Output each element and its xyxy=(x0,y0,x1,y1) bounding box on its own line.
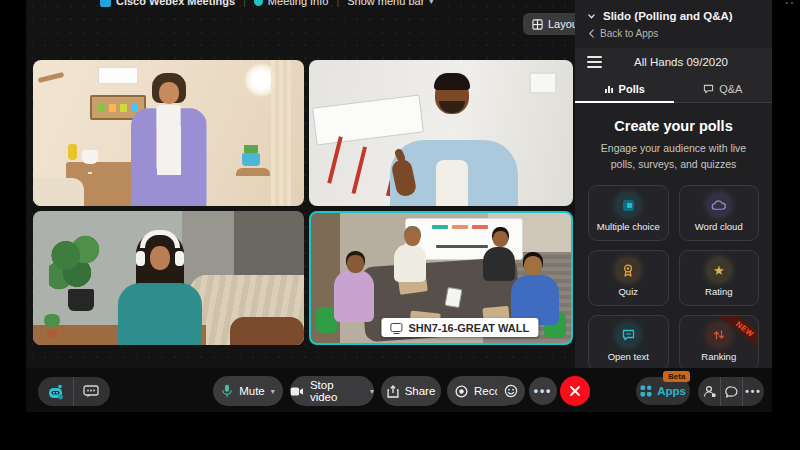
slido-tabs: Polls Q&A xyxy=(575,75,772,103)
chat-button[interactable] xyxy=(720,377,742,406)
participants-icon xyxy=(703,385,716,398)
create-polls-heading: Create your polls xyxy=(575,118,772,134)
mute-button[interactable]: Mute ▾ xyxy=(213,376,283,406)
video-tile-participant-1[interactable] xyxy=(33,60,304,206)
chevron-down-icon xyxy=(587,12,596,21)
titlebar: Cisco Webex Meetings | Meeting Info | Sh… xyxy=(100,0,433,7)
video-tile-participant-2[interactable] xyxy=(309,60,573,206)
webex-logo-icon xyxy=(100,0,111,7)
open-text-icon xyxy=(616,323,640,347)
slido-meeting-title: All Hands 09/2020 xyxy=(602,56,760,68)
decor-plant-blue-pot xyxy=(242,153,260,166)
tab-polls[interactable]: Polls xyxy=(575,75,674,102)
titlebar-divider: | xyxy=(243,0,246,7)
person-4d-head xyxy=(524,256,542,275)
share-icon xyxy=(387,385,399,398)
microphone-icon xyxy=(221,384,233,398)
decor-curtain xyxy=(271,60,291,206)
decor-couch xyxy=(33,178,84,206)
show-menu-bar-button[interactable]: Show menu bar ▾ xyxy=(347,0,433,7)
hamburger-menu-icon[interactable] xyxy=(587,56,602,68)
stop-video-button[interactable]: Stop video ▾ xyxy=(290,376,374,406)
participants-button[interactable] xyxy=(698,377,720,406)
card-word-cloud[interactable]: Word cloud xyxy=(679,185,760,241)
decor-stool xyxy=(236,168,270,202)
polls-bars-icon xyxy=(604,84,614,94)
decor-ottoman xyxy=(230,317,304,345)
slido-header: All Hands 09/2020 xyxy=(575,48,772,75)
webex-app-window: Cisco Webex Meetings | Meeting Info | Sh… xyxy=(26,0,772,412)
back-to-apps-button[interactable]: Back to Apps xyxy=(575,25,772,48)
app-menu[interactable]: Cisco Webex Meetings xyxy=(100,0,235,7)
card-label: Multiple choice xyxy=(597,221,660,232)
leave-meeting-button[interactable] xyxy=(560,376,590,406)
card-label: Rating xyxy=(705,286,732,297)
assistant-captions-group xyxy=(38,377,110,406)
chevron-down-icon[interactable]: ▾ xyxy=(271,387,275,396)
ranking-icon xyxy=(707,323,731,347)
titlebar-divider: | xyxy=(336,0,339,7)
card-quiz[interactable]: Quiz xyxy=(588,250,669,306)
panel-title-row[interactable]: Slido (Polling and Q&A) xyxy=(575,0,772,25)
grid-layout-icon xyxy=(532,19,543,30)
decor-drafting-table xyxy=(312,94,424,145)
decor-desk-lamp xyxy=(82,150,98,164)
window-menu-dots xyxy=(786,2,793,4)
poll-type-cards: Multiple choice Word cloud Quiz xyxy=(588,185,759,371)
card-label: Quiz xyxy=(618,286,638,297)
tab-polls-label: Polls xyxy=(619,83,645,95)
share-button[interactable]: Share xyxy=(381,376,441,406)
tab-qa[interactable]: Q&A xyxy=(674,75,773,102)
decor-plant-pot xyxy=(68,289,94,311)
card-multiple-choice[interactable]: Multiple choice xyxy=(588,185,669,241)
more-panels-button[interactable]: ••• xyxy=(742,377,764,406)
qa-bubble-icon xyxy=(703,84,714,94)
smiley-icon xyxy=(504,384,518,398)
room-name: SHN7-16-GREAT WALL xyxy=(408,322,529,334)
person-3-face xyxy=(150,246,170,270)
card-rating[interactable]: ★ Rating xyxy=(679,250,760,306)
chevron-down-icon[interactable]: ▾ xyxy=(370,387,374,396)
room-device-label: SHN7-16-GREAT WALL xyxy=(381,318,538,337)
stop-video-label: Stop video xyxy=(310,379,364,403)
card-open-text[interactable]: Open text xyxy=(588,315,669,371)
decor-wall-frame xyxy=(529,72,557,94)
chevron-down-icon: ▾ xyxy=(429,0,433,6)
video-tile-meeting-room-active[interactable]: SHN7-16-GREAT WALL xyxy=(309,211,573,345)
person-1-face xyxy=(159,82,179,104)
person-2-tee xyxy=(436,160,468,206)
assistant-robot-icon xyxy=(47,384,65,400)
webex-assistant-button[interactable] xyxy=(38,377,73,406)
multiple-choice-icon xyxy=(616,193,640,217)
polls-empty-state: Create your polls Engage your audience w… xyxy=(575,103,772,371)
chevron-left-icon xyxy=(588,29,595,38)
video-tile-participant-3[interactable] xyxy=(33,211,304,345)
mute-label: Mute xyxy=(239,385,265,397)
card-label: Open text xyxy=(608,351,649,362)
decor-calendar xyxy=(98,67,138,84)
meeting-info-icon xyxy=(254,0,263,6)
share-label: Share xyxy=(405,385,436,397)
decor-small-plant xyxy=(44,314,60,327)
card-label: Word cloud xyxy=(695,221,743,232)
card-ranking[interactable]: NEW Ranking xyxy=(679,315,760,371)
video-stage: Layout xyxy=(26,0,575,368)
create-polls-subtitle: Engage your audience with live polls, su… xyxy=(575,141,772,173)
panel-title: Slido (Polling and Q&A) xyxy=(603,10,733,22)
person-4b-head xyxy=(405,230,420,246)
room-device-icon xyxy=(390,323,402,332)
closed-captions-button[interactable] xyxy=(73,377,108,406)
back-to-apps-label: Back to Apps xyxy=(600,28,658,39)
person-3-shirt xyxy=(118,283,202,345)
app-title: Cisco Webex Meetings xyxy=(116,0,235,7)
person-4a-body xyxy=(334,270,374,322)
meeting-info-button[interactable]: Meeting Info xyxy=(254,0,329,7)
beta-badge: Beta xyxy=(663,371,690,382)
person-4c-head xyxy=(493,231,508,247)
person-4b-body xyxy=(394,244,426,282)
more-options-button[interactable]: ••• xyxy=(529,377,557,405)
quiz-icon xyxy=(616,258,640,282)
person-2-hair xyxy=(434,73,470,90)
person-4c-body xyxy=(483,247,515,281)
reactions-button[interactable] xyxy=(497,377,525,405)
